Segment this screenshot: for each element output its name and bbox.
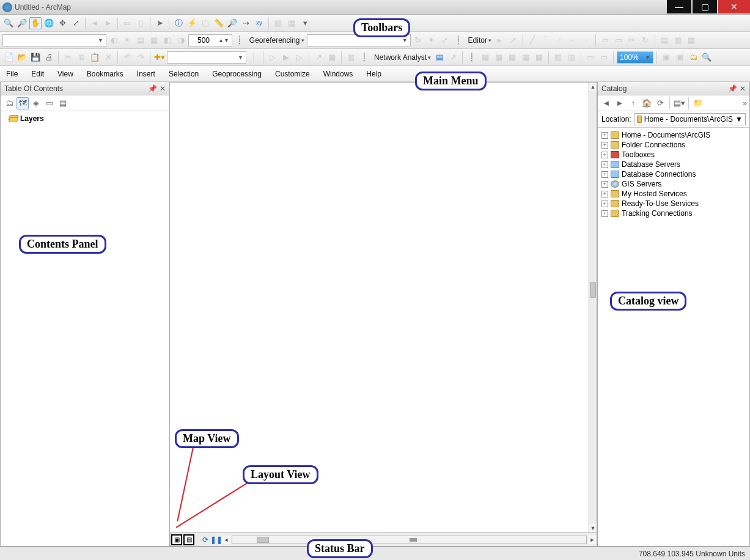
html-popup-icon[interactable]: ▢ [199,17,211,29]
swipe-icon[interactable]: ◧ [161,34,174,46]
undo-icon[interactable]: ↶ [121,51,133,64]
sketch-props-icon[interactable]: ▥ [672,34,684,46]
connect-folder-icon[interactable]: 📁 [692,97,704,109]
layers-root[interactable]: Layers [8,114,166,123]
layer-dropdown[interactable]: ▼ [2,34,106,46]
shift-icon[interactable]: ✦ [425,34,438,46]
hyperlink-icon[interactable]: ⚡ [186,17,198,29]
layout2-icon[interactable]: ▭ [598,51,610,64]
goto-xy-icon[interactable]: xy [253,17,265,29]
menu-view[interactable]: View [55,68,76,80]
menu-selection[interactable]: Selection [166,68,201,80]
more-icon[interactable]: » [743,99,747,108]
flag-icon[interactable]: ▷ [267,51,279,64]
grid3-icon[interactable]: ▦ [506,51,518,64]
forward-icon[interactable]: ► [614,97,626,109]
brightness-icon[interactable]: ☀ [121,34,133,46]
na-create-icon[interactable]: ↗ [447,51,459,64]
identify-icon[interactable]: ⓘ [172,17,185,29]
fixed-zoom-out-icon[interactable]: ⤢ [70,17,82,29]
dropdown-icon[interactable]: ▾ [299,17,311,29]
menu-customize[interactable]: Customize [273,68,312,80]
flag2-icon[interactable]: ▶ [280,51,292,64]
georef-layer-dropdown[interactable]: ▼ [307,34,411,46]
toolbar-handle-icon[interactable]: ┊ [233,34,246,46]
solve-icon[interactable]: ▥ [345,51,357,64]
tree-label[interactable]: Folder Connections [622,141,685,149]
pan-icon[interactable]: ✋ [29,17,42,29]
tree-label[interactable]: My Hosted Services [622,190,687,198]
full-extent-icon[interactable]: 🌐 [43,17,55,29]
data-view-button[interactable]: ▣ [171,534,182,545]
horizontal-scrollbar[interactable] [232,536,587,544]
list-drawing-order-icon[interactable]: 🗂 [3,97,15,109]
tree-label[interactable]: GIS Servers [622,180,661,188]
grid5-icon[interactable]: ▦ [533,51,545,64]
menu-help[interactable]: Help [364,68,384,80]
save-icon[interactable]: 💾 [29,51,42,64]
contrast-icon[interactable]: ◐ [108,34,120,46]
georeferencing-dropdown[interactable]: Georeferencing▾ [247,36,306,45]
menu-windows[interactable]: Windows [321,68,356,80]
align2-icon[interactable]: ▥ [565,51,578,64]
vertical-scrollbar[interactable]: ▲ ▼ [589,82,597,533]
delete-icon[interactable]: ✕ [102,51,114,64]
zoom-in-icon[interactable]: 🔍 [2,17,15,29]
trace-icon[interactable]: ⟋ [553,34,565,46]
rotate-feature-icon[interactable]: ↻ [639,34,652,46]
menu-bookmarks[interactable]: Bookmarks [84,68,126,80]
edit-icon[interactable]: ▸ [494,34,506,46]
pause-icon[interactable]: ❚❚ [211,534,222,545]
list-selection-icon[interactable]: ▭ [43,97,56,109]
map-canvas[interactable] [170,82,589,533]
toggle2-icon[interactable]: ▣ [674,51,686,64]
tree-label[interactable]: Home - Documents\ArcGIS [622,131,710,139]
viewer-icon[interactable]: ▦ [285,17,298,29]
flicker-icon[interactable]: ◑ [175,34,187,46]
barrier-icon[interactable]: ▷ [293,51,306,64]
back-icon[interactable]: ◄ [89,17,101,29]
time-slider-icon[interactable]: ▥ [272,17,284,29]
scroll-right-icon[interactable]: ► [588,536,597,544]
scroll-left-icon[interactable]: ◄ [222,536,230,544]
copy-icon[interactable]: ⧉ [75,51,87,64]
redo-icon[interactable]: ↷ [134,51,147,64]
attributes-icon[interactable]: ▤ [658,34,671,46]
scale-tool-icon[interactable]: ⤢ [439,34,451,46]
tree-label[interactable]: Ready-To-Use Services [622,199,699,208]
print-icon[interactable]: 🖨 [43,51,55,64]
reshape-icon[interactable]: ▭ [612,34,625,46]
grid1-icon[interactable]: ▦ [479,51,491,64]
home-icon[interactable]: 🏠 [641,97,653,109]
grid-icon[interactable]: ▦ [148,34,160,46]
network-analyst-dropdown[interactable]: Network Analyst▾ [372,53,432,62]
catalog-window-icon[interactable]: 🗂 [687,51,699,64]
select-elements-icon[interactable]: ➤ [153,17,166,29]
search-icon[interactable]: 🔍 [700,51,713,64]
new-icon[interactable]: 📄 [2,51,15,64]
split-icon[interactable]: ✂ [626,34,638,46]
paste-icon[interactable]: 📋 [89,51,101,64]
close-icon[interactable]: ✕ [740,84,746,93]
toggle1-icon[interactable]: ▣ [660,51,672,64]
pin-icon[interactable]: 📌 [728,84,737,93]
tree-label[interactable]: Database Servers [622,160,680,169]
toolbar-handle-icon[interactable]: ┊ [452,34,465,46]
add-data-icon[interactable]: ✚▾ [153,51,166,64]
tree-label[interactable]: Database Connections [622,170,696,179]
create-features-icon[interactable]: ▦ [685,34,697,46]
view-menu-icon[interactable]: ▤▾ [673,97,685,109]
rotate-icon[interactable]: ↻ [412,34,424,46]
scale-dropdown[interactable]: ▼ [167,51,246,64]
flicker-rate[interactable]: 500▲▼ [188,34,232,46]
editor-dropdown[interactable]: Editor▾ [466,36,493,45]
lock-icon[interactable]: ┊ [248,51,260,64]
path-icon[interactable]: ↗ [312,51,325,64]
measure-icon[interactable]: 📏 [213,17,225,29]
location-box[interactable]: Home - Documents\ArcGIS ▼ [634,113,746,125]
tree-label[interactable]: Tracking Connections [622,209,693,218]
menu-edit[interactable]: Edit [29,68,46,80]
list-source-icon[interactable]: 🗺 [17,97,29,109]
clear-selection-icon[interactable]: ▯ [134,17,147,29]
fixed-zoom-in-icon[interactable]: ✥ [56,17,68,29]
